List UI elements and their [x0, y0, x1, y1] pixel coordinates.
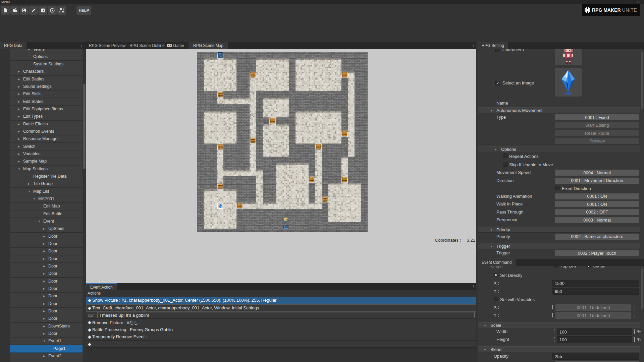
- scene-view[interactable]: Coordinates : 3,21: [86, 49, 476, 284]
- chevron-down-icon[interactable]: ▼: [28, 190, 31, 193]
- tree-item-door[interactable]: ▶Door: [10, 278, 83, 285]
- kebab-icon[interactable]: ⋮: [472, 284, 476, 289]
- tree-item-common-events[interactable]: ▶Common Events: [10, 128, 83, 135]
- tree-item-page1[interactable]: Page1: [10, 345, 83, 353]
- tree-item-characters[interactable]: ▶Characters: [10, 68, 83, 75]
- tree-item-door[interactable]: ▶Door: [10, 270, 83, 278]
- tree-item-map-settings[interactable]: ▼Map Settings: [10, 166, 83, 173]
- tree-item-door[interactable]: ▶Door: [10, 300, 83, 308]
- chevron-right-icon[interactable]: ▶: [18, 108, 20, 111]
- tree-item-door[interactable]: ▶Door: [10, 240, 83, 248]
- new-file-button[interactable]: [1, 6, 10, 15]
- chevron-down-icon[interactable]: ▼: [484, 324, 486, 327]
- play-button[interactable]: [48, 6, 57, 15]
- help-button[interactable]: HELP: [76, 6, 91, 15]
- chevron-right-icon[interactable]: ▶: [18, 160, 20, 163]
- chevron-right-icon[interactable]: ▶: [18, 115, 20, 118]
- tab-event-action[interactable]: Event Action: [86, 283, 117, 290]
- event-command-row[interactable]: ◆Temporarily Remove Event :: [86, 333, 476, 341]
- chevron-right-icon[interactable]: ▶: [18, 70, 20, 73]
- chevron-right-icon[interactable]: ▶: [43, 280, 45, 283]
- tree-item-edit-map[interactable]: Edit Map: [10, 203, 83, 210]
- tree-item-door[interactable]: ▶Door: [10, 248, 83, 255]
- tab-game[interactable]: Game: [167, 42, 184, 49]
- tree-item-edit-battles[interactable]: ▶Edit Battles: [10, 76, 83, 83]
- chevron-right-icon[interactable]: ▶: [18, 130, 20, 133]
- kebab-icon[interactable]: ⋮: [641, 260, 644, 264]
- x--input[interactable]: 1500: [552, 280, 639, 287]
- windows-button[interactable]: [57, 6, 66, 15]
- tree-item-door[interactable]: ▶Door: [10, 315, 83, 322]
- chevron-right-icon[interactable]: ▶: [43, 272, 45, 275]
- tree-item-edit-states[interactable]: ▶Edit States: [10, 98, 83, 106]
- tab-rpg-scene-outline[interactable]: RPG Scene Outline: [129, 42, 165, 49]
- tree-item-door[interactable]: ▶Door: [10, 255, 83, 263]
- chevron-right-icon[interactable]: ▶: [18, 153, 20, 156]
- event-command-row[interactable]: ◇#I messed up! It's a goblin!: [86, 312, 476, 319]
- event-command-row[interactable]: ◆: [86, 341, 476, 348]
- chevron-right-icon[interactable]: ▶: [43, 325, 45, 328]
- chevron-right-icon[interactable]: ▶: [18, 123, 20, 126]
- tree-item-system-settings[interactable]: System Settings: [10, 61, 83, 68]
- event-command-scrollbar[interactable]: [641, 268, 643, 309]
- chevron-down-icon[interactable]: ▼: [43, 340, 46, 343]
- tree-item-battle-effects[interactable]: ▶Battle Effects: [10, 121, 83, 128]
- tree-item-map-list[interactable]: ▼Map List: [10, 188, 83, 195]
- chevron-down-icon[interactable]: ▼: [18, 168, 20, 171]
- event-command-row[interactable]: ◆Battle Processing : Enemy Groups Goblin: [86, 326, 476, 334]
- set-directly-radio[interactable]: [494, 273, 498, 277]
- tree-item-upstairs[interactable]: ▶UpStairs: [10, 225, 83, 233]
- tree-item-outline[interactable]: ▼Outline: [10, 360, 83, 362]
- import-button[interactable]: [39, 6, 47, 15]
- chevron-right-icon[interactable]: ▶: [18, 85, 20, 88]
- variable-field[interactable]: 0001 : Undefined: [555, 312, 631, 319]
- tree-item-edit-equipment-items[interactable]: ▶Edit Equipment/Items: [10, 106, 83, 113]
- height-input[interactable]: 100: [557, 336, 632, 343]
- chevron-right-icon[interactable]: ▶: [43, 295, 45, 298]
- chevron-right-icon[interactable]: ▶: [43, 310, 45, 313]
- tab-rpg-data[interactable]: RPG Data: [0, 42, 26, 49]
- tree-scrollbar[interactable]: [83, 84, 86, 169]
- chevron-right-icon[interactable]: ▶: [43, 287, 45, 290]
- event-command-row[interactable]: ◆ Text: Craft, charaface_001_Actor, char…: [86, 304, 476, 312]
- tree-item-door[interactable]: ▶Door: [10, 285, 83, 293]
- window-controls[interactable]: ⋮ ▢: [629, 0, 642, 3]
- event-command-row[interactable]: ◆Remove Picture : #なし: [86, 319, 476, 326]
- save-button[interactable]: [20, 6, 29, 15]
- tree-item-sample-map[interactable]: ▶Sample Map: [10, 158, 83, 165]
- chevron-right-icon[interactable]: ▶: [43, 355, 45, 358]
- tree-item-resource-manager[interactable]: ▶Resource Manager: [10, 135, 83, 143]
- chevron-right-icon[interactable]: ▶: [18, 93, 20, 96]
- chevron-right-icon[interactable]: ▶: [43, 235, 45, 238]
- opacity-input[interactable]: 255: [552, 353, 639, 360]
- tree-item-door[interactable]: ▶Door: [10, 308, 83, 315]
- chevron-down-icon[interactable]: ▼: [33, 197, 36, 200]
- chevron-right-icon[interactable]: ▶: [18, 78, 20, 81]
- tree-item-door[interactable]: ▶Door: [10, 330, 83, 338]
- tree-item-door[interactable]: ▶Door: [10, 263, 83, 270]
- chevron-down-icon[interactable]: ▼: [484, 348, 486, 351]
- event-command-row[interactable]: ◆Show Picture : #1, charaupperbody_001_A…: [86, 297, 476, 304]
- message-text-box[interactable]: I messed up! It's a goblin!: [97, 312, 475, 318]
- tab-rpg-scene-preview[interactable]: RPG Scene Preview: [89, 42, 125, 49]
- width-input[interactable]: 100: [557, 328, 632, 335]
- chevron-right-icon[interactable]: ▶: [43, 242, 45, 245]
- tree-item-event[interactable]: ▼Event: [10, 218, 83, 225]
- chevron-right-icon[interactable]: ▶: [43, 257, 45, 260]
- chevron-right-icon[interactable]: ▶: [43, 302, 45, 305]
- tree-item-door[interactable]: ▶Door: [10, 233, 83, 240]
- y--input[interactable]: 650: [552, 288, 639, 295]
- open-folder-button[interactable]: [10, 6, 19, 15]
- chevron-right-icon[interactable]: ▶: [43, 317, 45, 320]
- tree-item-register-tile-data[interactable]: Register Tile Data: [10, 173, 83, 180]
- kebab-icon[interactable]: ⋮: [472, 43, 476, 48]
- tree-item-options[interactable]: Options: [10, 53, 83, 61]
- tree-item-event2[interactable]: ▶Event2: [10, 353, 83, 360]
- chevron-right-icon[interactable]: ▶: [18, 145, 20, 148]
- chevron-down-icon[interactable]: ▼: [38, 220, 41, 223]
- edit-pencil-button[interactable]: [29, 6, 38, 15]
- tree-item-door[interactable]: ▶Door: [10, 293, 83, 300]
- chevron-right-icon[interactable]: ▶: [43, 265, 45, 268]
- tree-item-terms[interactable]: ▶Terms: [10, 49, 83, 53]
- tree-item-tile-group[interactable]: ▶Tile Group: [10, 180, 83, 188]
